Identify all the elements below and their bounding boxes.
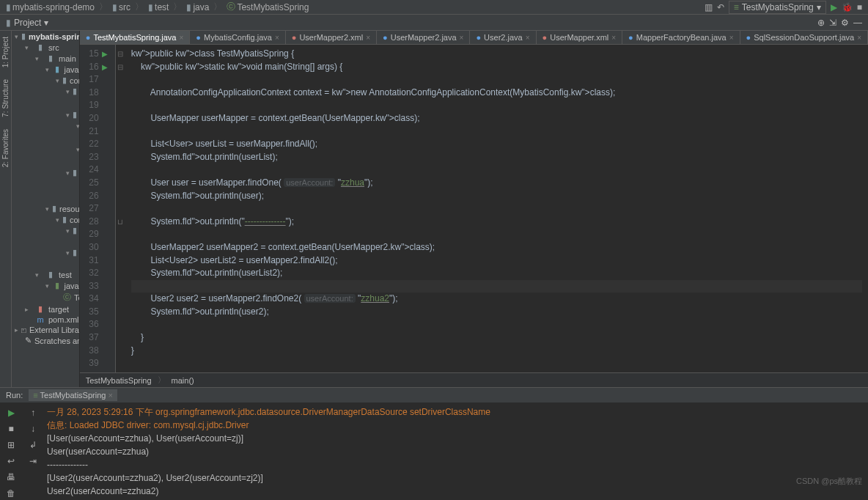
close-icon[interactable]: × [366,34,370,42]
debug-icon[interactable]: 🐞 [842,2,853,12]
stop-icon[interactable]: ■ [857,2,862,12]
editor-tab[interactable]: ●MybatisConfig.java× [190,31,285,44]
close-icon[interactable]: × [729,34,734,42]
editor-tab[interactable]: ●TestMybatisSpring.java× [80,31,191,44]
scroll-down-icon[interactable]: ↓ [27,423,39,435]
breadcrumb-src[interactable]: ▮ src [112,2,130,12]
run-panel: Run: ≡ TestMybatisSpring × ▶ ■ ⊞ ↩ 🖶 🗑 »… [0,387,868,500]
close-icon[interactable]: × [611,34,616,42]
console-output[interactable]: 一月 28, 2023 5:29:16 下午 org.springframewo… [44,402,868,500]
run-config-selector[interactable]: ≡ TestMybatisSpring ▾ [729,1,826,14]
code-editor[interactable]: 15 16 17 18 19 20 21 22 23 24 25 26 27 2… [80,45,868,372]
project-tree[interactable]: ▾▮mybatis-spring-demo D:\projects\mybati… [12,31,80,387]
wrap-icon[interactable]: ↩ [5,455,17,467]
run-left-toolbar: ▶ ■ ⊞ ↩ 🖶 🗑 » [0,402,22,500]
editor-tab[interactable]: ●UserMapper.xml× [537,31,623,44]
editor-tab[interactable]: ●UserMapper2.java× [377,31,470,44]
project-view-selector[interactable]: ▮ Project ▾ [6,18,48,28]
tab-project[interactable]: 1: Project [0,31,11,73]
soft-wrap-icon[interactable]: ↲ [27,439,39,451]
watermark: CSDN @ps酷教程 [796,476,862,487]
close-icon[interactable]: × [857,34,861,42]
target-icon[interactable]: ⊕ [817,18,825,28]
line-numbers: 15 16 17 18 19 20 21 22 23 24 25 26 27 2… [80,45,102,372]
hide-icon[interactable]: — [853,18,862,28]
run-gutter[interactable]: ▶ ▶ [102,45,115,372]
editor-tab[interactable]: ●SqlSessionDaoSupport.java× [740,31,868,44]
rerun-icon[interactable]: ▶ [5,407,17,419]
editor-tab[interactable]: ●User2.java× [470,31,536,44]
close-icon[interactable]: × [460,34,464,42]
editor-tab[interactable]: ●MapperFactoryBean.java× [622,31,740,44]
nav-back-icon[interactable]: ↶ [717,2,724,12]
tab-favorites[interactable]: 2: Favorites [0,123,11,173]
run-label: Run: [6,391,23,400]
layout-icon[interactable]: ▥ [705,2,713,12]
editor-area: ●TestMybatisSpring.java×●MybatisConfig.j… [80,31,868,387]
breadcrumb-root[interactable]: ▮ mybatis-spring-demo [6,2,95,12]
print-icon[interactable]: 🖶 [5,471,17,483]
breadcrumb: ▮ mybatis-spring-demo 〉 ▮ src 〉 ▮ test 〉… [6,1,309,13]
close-icon[interactable]: × [275,34,279,42]
layout-icon[interactable]: ⊞ [5,439,17,451]
stop-run-icon[interactable]: ■ [5,423,17,435]
editor-breadcrumb[interactable]: TestMybatisSpring〉main() [80,372,868,387]
editor-tab[interactable]: ●UserMapper2.xml× [286,31,377,44]
run-icon[interactable]: ▶ [831,2,837,12]
close-icon[interactable]: × [179,34,183,42]
chevron-down-icon: ▾ [817,2,821,12]
gear-icon[interactable]: ⚙ [841,18,849,28]
delete-icon[interactable]: 🗑 [5,488,17,499]
run-tab[interactable]: ≡ TestMybatisSpring × [29,389,117,401]
top-nav-bar: ▮ mybatis-spring-demo 〉 ▮ src 〉 ▮ test 〉… [0,0,868,15]
fold-column[interactable]: ⊟ ⊟ ⊔ [115,45,125,372]
editor-tabs: ●TestMybatisSpring.java×●MybatisConfig.j… [80,31,868,45]
collapse-icon[interactable]: ⇲ [829,18,836,28]
project-toolbar: ▮ Project ▾ ⊕ ⇲ ⚙ — [0,15,868,31]
breadcrumb-java[interactable]: ▮ java [186,2,209,12]
breadcrumb-class[interactable]: ⓒ TestMybatisSpring [227,1,309,13]
scroll-up-icon[interactable]: ↑ [27,407,39,419]
scroll-end-icon[interactable]: ⇥ [27,455,39,467]
tab-structure[interactable]: 7: Structure [0,73,11,123]
left-tool-tabs: 1: Project 7: Structure 2: Favorites [0,31,12,387]
code-content[interactable]: kw">public kw">class TestMybatisSpring {… [125,45,868,372]
breadcrumb-test[interactable]: ▮ test [148,2,169,12]
close-icon[interactable]: × [526,34,530,42]
